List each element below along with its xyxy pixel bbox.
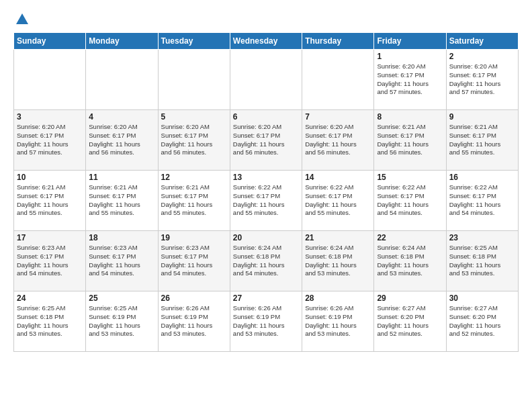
logo-text bbox=[13, 12, 30, 27]
weekday-header: Monday bbox=[86, 33, 158, 50]
day-info: Sunrise: 6:27 AM Sunset: 6:20 PM Dayligh… bbox=[449, 304, 501, 337]
calendar-cell: 8Sunrise: 6:21 AM Sunset: 6:17 PM Daylig… bbox=[374, 110, 446, 171]
day-info: Sunrise: 6:26 AM Sunset: 6:19 PM Dayligh… bbox=[233, 304, 285, 337]
calendar-cell: 19Sunrise: 6:23 AM Sunset: 6:17 PM Dayli… bbox=[158, 231, 230, 291]
day-info: Sunrise: 6:21 AM Sunset: 6:17 PM Dayligh… bbox=[17, 183, 69, 216]
header bbox=[13, 12, 519, 27]
calendar-cell bbox=[158, 50, 230, 110]
calendar-cell: 24Sunrise: 6:25 AM Sunset: 6:18 PM Dayli… bbox=[14, 291, 86, 352]
day-number: 9 bbox=[449, 112, 515, 122]
day-info: Sunrise: 6:20 AM Sunset: 6:17 PM Dayligh… bbox=[305, 123, 357, 156]
calendar-table: SundayMondayTuesdayWednesdayThursdayFrid… bbox=[13, 32, 519, 352]
day-number: 19 bbox=[161, 233, 227, 242]
day-number: 1 bbox=[377, 52, 443, 61]
day-number: 18 bbox=[89, 233, 154, 242]
calendar-cell: 23Sunrise: 6:25 AM Sunset: 6:18 PM Dayli… bbox=[446, 231, 518, 291]
logo-area bbox=[13, 12, 30, 27]
logo-icon bbox=[15, 12, 30, 27]
calendar-cell: 15Sunrise: 6:22 AM Sunset: 6:17 PM Dayli… bbox=[374, 171, 446, 231]
calendar-cell: 13Sunrise: 6:22 AM Sunset: 6:17 PM Dayli… bbox=[230, 171, 302, 231]
weekday-header: Friday bbox=[374, 33, 446, 50]
day-info: Sunrise: 6:20 AM Sunset: 6:17 PM Dayligh… bbox=[89, 123, 140, 156]
calendar-week-row: 10Sunrise: 6:21 AM Sunset: 6:17 PM Dayli… bbox=[14, 171, 519, 231]
weekday-header: Thursday bbox=[302, 33, 374, 50]
day-info: Sunrise: 6:21 AM Sunset: 6:17 PM Dayligh… bbox=[161, 183, 213, 216]
calendar-week-row: 17Sunrise: 6:23 AM Sunset: 6:17 PM Dayli… bbox=[14, 231, 519, 291]
calendar-week-row: 3Sunrise: 6:20 AM Sunset: 6:17 PM Daylig… bbox=[14, 110, 519, 171]
day-info: Sunrise: 6:24 AM Sunset: 6:18 PM Dayligh… bbox=[233, 244, 285, 277]
calendar-cell: 18Sunrise: 6:23 AM Sunset: 6:17 PM Dayli… bbox=[86, 231, 158, 291]
day-number: 12 bbox=[161, 173, 227, 182]
day-info: Sunrise: 6:26 AM Sunset: 6:19 PM Dayligh… bbox=[161, 304, 213, 337]
day-info: Sunrise: 6:20 AM Sunset: 6:17 PM Dayligh… bbox=[17, 123, 69, 156]
day-number: 24 bbox=[17, 293, 83, 303]
day-number: 11 bbox=[89, 173, 154, 182]
calendar-cell: 3Sunrise: 6:20 AM Sunset: 6:17 PM Daylig… bbox=[14, 110, 86, 171]
day-number: 30 bbox=[449, 293, 515, 303]
day-info: Sunrise: 6:23 AM Sunset: 6:17 PM Dayligh… bbox=[89, 244, 140, 277]
calendar-cell: 14Sunrise: 6:22 AM Sunset: 6:17 PM Dayli… bbox=[302, 171, 374, 231]
day-info: Sunrise: 6:20 AM Sunset: 6:17 PM Dayligh… bbox=[377, 62, 429, 95]
day-number: 29 bbox=[377, 293, 443, 303]
calendar-cell: 1Sunrise: 6:20 AM Sunset: 6:17 PM Daylig… bbox=[374, 50, 446, 110]
calendar-cell: 22Sunrise: 6:24 AM Sunset: 6:18 PM Dayli… bbox=[374, 231, 446, 291]
calendar-cell: 5Sunrise: 6:20 AM Sunset: 6:17 PM Daylig… bbox=[158, 110, 230, 171]
calendar-cell bbox=[14, 50, 86, 110]
day-number: 27 bbox=[233, 293, 299, 303]
day-info: Sunrise: 6:25 AM Sunset: 6:18 PM Dayligh… bbox=[449, 244, 501, 277]
calendar-cell: 11Sunrise: 6:21 AM Sunset: 6:17 PM Dayli… bbox=[86, 171, 158, 231]
day-info: Sunrise: 6:23 AM Sunset: 6:17 PM Dayligh… bbox=[17, 244, 69, 277]
day-info: Sunrise: 6:26 AM Sunset: 6:19 PM Dayligh… bbox=[305, 304, 357, 337]
day-info: Sunrise: 6:22 AM Sunset: 6:17 PM Dayligh… bbox=[449, 183, 501, 216]
day-number: 13 bbox=[233, 173, 299, 182]
day-info: Sunrise: 6:20 AM Sunset: 6:17 PM Dayligh… bbox=[161, 123, 213, 156]
day-info: Sunrise: 6:22 AM Sunset: 6:17 PM Dayligh… bbox=[233, 183, 285, 216]
day-info: Sunrise: 6:22 AM Sunset: 6:17 PM Dayligh… bbox=[305, 183, 357, 216]
day-info: Sunrise: 6:20 AM Sunset: 6:17 PM Dayligh… bbox=[233, 123, 285, 156]
calendar-cell: 2Sunrise: 6:20 AM Sunset: 6:17 PM Daylig… bbox=[446, 50, 518, 110]
day-number: 15 bbox=[377, 173, 443, 182]
day-number: 3 bbox=[17, 112, 83, 122]
day-info: Sunrise: 6:21 AM Sunset: 6:17 PM Dayligh… bbox=[377, 123, 429, 156]
day-info: Sunrise: 6:20 AM Sunset: 6:17 PM Dayligh… bbox=[449, 62, 501, 95]
day-number: 14 bbox=[305, 173, 371, 182]
day-info: Sunrise: 6:25 AM Sunset: 6:18 PM Dayligh… bbox=[17, 304, 69, 337]
calendar-week-row: 1Sunrise: 6:20 AM Sunset: 6:17 PM Daylig… bbox=[14, 50, 519, 110]
day-number: 8 bbox=[377, 112, 443, 122]
calendar-cell: 28Sunrise: 6:26 AM Sunset: 6:19 PM Dayli… bbox=[302, 291, 374, 352]
calendar-cell: 20Sunrise: 6:24 AM Sunset: 6:18 PM Dayli… bbox=[230, 231, 302, 291]
calendar-cell: 9Sunrise: 6:21 AM Sunset: 6:17 PM Daylig… bbox=[446, 110, 518, 171]
calendar-cell bbox=[302, 50, 374, 110]
day-number: 10 bbox=[17, 173, 83, 182]
day-number: 25 bbox=[89, 293, 154, 303]
day-number: 26 bbox=[161, 293, 227, 303]
day-number: 4 bbox=[89, 112, 154, 122]
day-number: 21 bbox=[305, 233, 371, 242]
day-number: 7 bbox=[305, 112, 371, 122]
day-number: 5 bbox=[161, 112, 227, 122]
calendar-cell: 26Sunrise: 6:26 AM Sunset: 6:19 PM Dayli… bbox=[158, 291, 230, 352]
day-info: Sunrise: 6:22 AM Sunset: 6:17 PM Dayligh… bbox=[377, 183, 429, 216]
day-number: 2 bbox=[449, 52, 515, 61]
day-info: Sunrise: 6:24 AM Sunset: 6:18 PM Dayligh… bbox=[377, 244, 429, 277]
calendar-cell: 4Sunrise: 6:20 AM Sunset: 6:17 PM Daylig… bbox=[86, 110, 158, 171]
day-number: 28 bbox=[305, 293, 371, 303]
day-number: 6 bbox=[233, 112, 299, 122]
weekday-header: Saturday bbox=[446, 33, 518, 50]
day-info: Sunrise: 6:21 AM Sunset: 6:17 PM Dayligh… bbox=[89, 183, 140, 216]
day-number: 16 bbox=[449, 173, 515, 182]
calendar-cell: 30Sunrise: 6:27 AM Sunset: 6:20 PM Dayli… bbox=[446, 291, 518, 352]
day-number: 20 bbox=[233, 233, 299, 242]
calendar-cell: 29Sunrise: 6:27 AM Sunset: 6:20 PM Dayli… bbox=[374, 291, 446, 352]
calendar-cell: 10Sunrise: 6:21 AM Sunset: 6:17 PM Dayli… bbox=[14, 171, 86, 231]
day-info: Sunrise: 6:24 AM Sunset: 6:18 PM Dayligh… bbox=[305, 244, 357, 277]
calendar-cell: 6Sunrise: 6:20 AM Sunset: 6:17 PM Daylig… bbox=[230, 110, 302, 171]
weekday-header: Tuesday bbox=[158, 33, 230, 50]
day-number: 17 bbox=[17, 233, 83, 242]
calendar-week-row: 24Sunrise: 6:25 AM Sunset: 6:18 PM Dayli… bbox=[14, 291, 519, 352]
calendar-cell: 21Sunrise: 6:24 AM Sunset: 6:18 PM Dayli… bbox=[302, 231, 374, 291]
calendar-cell: 16Sunrise: 6:22 AM Sunset: 6:17 PM Dayli… bbox=[446, 171, 518, 231]
calendar-cell: 27Sunrise: 6:26 AM Sunset: 6:19 PM Dayli… bbox=[230, 291, 302, 352]
calendar-cell: 17Sunrise: 6:23 AM Sunset: 6:17 PM Dayli… bbox=[14, 231, 86, 291]
calendar-cell bbox=[86, 50, 158, 110]
